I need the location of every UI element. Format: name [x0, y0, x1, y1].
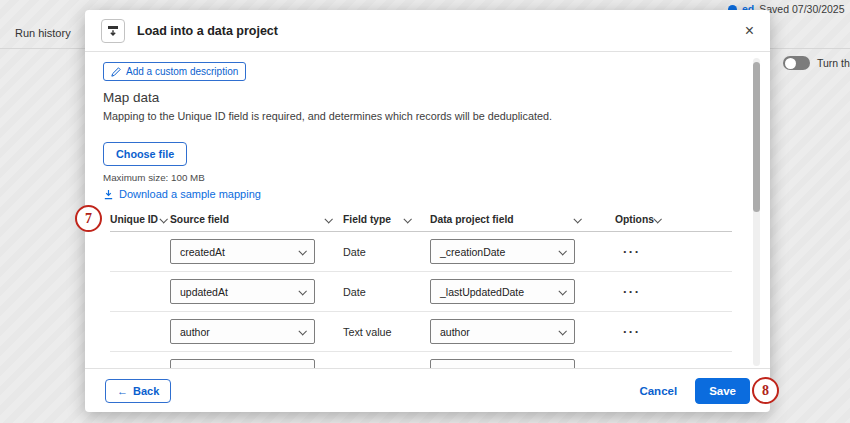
- project-field-select[interactable]: _creationDate: [430, 239, 575, 264]
- source-field-select[interactable]: updatedAt: [170, 279, 315, 304]
- workflow-toggle-row: Turn the w: [783, 56, 850, 70]
- header-unique-id[interactable]: Unique ID: [110, 208, 170, 231]
- row-options-button[interactable]: ···: [615, 244, 695, 259]
- save-button[interactable]: Save: [695, 378, 750, 404]
- back-arrow-icon: ←: [117, 385, 128, 397]
- row-options-button[interactable]: ···: [615, 324, 695, 339]
- chevron-down-icon: [298, 327, 306, 335]
- table-row: updatedAt Date _lastUpdatedDate ···: [110, 272, 732, 312]
- section-description: Mapping to the Unique ID field is requir…: [103, 110, 552, 122]
- edit-pencil-icon: [111, 67, 121, 77]
- header-data-project-field[interactable]: Data project field: [430, 208, 615, 231]
- chevron-down-icon: [159, 215, 167, 223]
- mapping-table: Unique ID Source field Field type Data p…: [110, 208, 732, 368]
- annotation-step-7: 7: [75, 205, 102, 232]
- download-sample-link[interactable]: Download a sample mapping: [103, 188, 261, 200]
- annotation-step-8: 8: [752, 377, 779, 404]
- load-data-project-icon: [101, 19, 125, 43]
- download-sample-label: Download a sample mapping: [119, 188, 261, 200]
- modal-title: Load into a data project: [137, 24, 278, 38]
- workflow-toggle[interactable]: [783, 56, 810, 70]
- max-size-text: Maximum size: 100 MB: [103, 172, 205, 183]
- scrollbar[interactable]: [753, 58, 760, 366]
- chevron-down-icon: [298, 247, 306, 255]
- project-field-select[interactable]: _lastUpdatedDate: [430, 279, 575, 304]
- back-label: Back: [133, 385, 159, 397]
- field-type-value: Text value: [343, 326, 430, 338]
- download-icon: [103, 189, 114, 200]
- row-options-button[interactable]: ···: [615, 284, 695, 299]
- table-row: createdAt Date _creationDate ···: [110, 232, 732, 272]
- table-row: authorId Text value authorId ···: [110, 352, 732, 368]
- toggle-label: Turn the w: [817, 57, 850, 69]
- chevron-down-icon: [324, 215, 332, 223]
- tab-run-history[interactable]: Run history: [15, 27, 71, 39]
- source-field-select[interactable]: author: [170, 319, 315, 344]
- modal-footer: ← Back Cancel Save: [85, 368, 770, 412]
- table-header-row: Unique ID Source field Field type Data p…: [110, 208, 732, 232]
- project-field-select[interactable]: author: [430, 319, 575, 344]
- header-options[interactable]: Options: [615, 208, 695, 231]
- chevron-down-icon: [558, 247, 566, 255]
- table-row: author Text value author ···: [110, 312, 732, 352]
- chevron-down-icon: [298, 287, 306, 295]
- chevron-down-icon: [558, 327, 566, 335]
- field-type-value: Date: [343, 246, 430, 258]
- scrollbar-thumb[interactable]: [753, 62, 760, 212]
- project-field-select[interactable]: authorId: [430, 359, 575, 368]
- field-type-value: Date: [343, 286, 430, 298]
- header-source-field[interactable]: Source field: [170, 208, 343, 231]
- section-title: Map data: [103, 90, 159, 105]
- load-data-project-modal: Load into a data project × Add a custom …: [85, 10, 770, 412]
- saved-timestamp: Saved 07/30/2025: [759, 3, 844, 15]
- add-description-label: Add a custom description: [126, 66, 238, 77]
- chevron-down-icon: [653, 215, 661, 223]
- source-field-select[interactable]: createdAt: [170, 239, 315, 264]
- choose-file-button[interactable]: Choose file: [103, 142, 187, 166]
- source-field-select[interactable]: authorId: [170, 359, 315, 368]
- chevron-down-icon: [403, 215, 411, 223]
- close-icon[interactable]: ×: [745, 23, 754, 39]
- back-button[interactable]: ← Back: [105, 379, 171, 403]
- cancel-button[interactable]: Cancel: [639, 385, 677, 397]
- chevron-down-icon: [573, 215, 581, 223]
- chevron-down-icon: [558, 287, 566, 295]
- table-rows: createdAt Date _creationDate ··· updated…: [110, 232, 732, 368]
- add-custom-description-button[interactable]: Add a custom description: [103, 62, 246, 81]
- header-field-type[interactable]: Field type: [343, 208, 430, 231]
- modal-header: Load into a data project ×: [85, 10, 770, 52]
